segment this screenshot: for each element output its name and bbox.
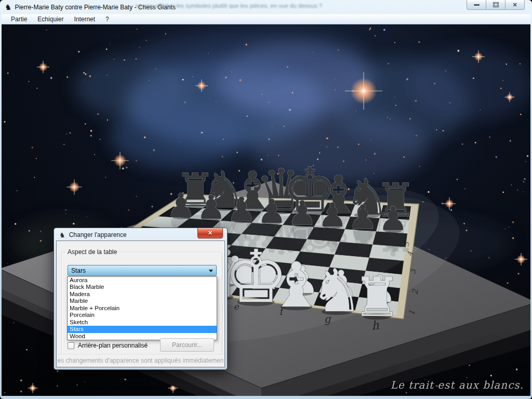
piece-black-pawn-f7[interactable]: ♟ bbox=[317, 196, 347, 234]
piece-black-pawn-b7[interactable]: ♟ bbox=[196, 188, 226, 227]
groupbox-label: Aspect de la table bbox=[65, 248, 119, 256]
piece-black-pawn-c7[interactable]: ♟ bbox=[227, 190, 256, 229]
dialog-status-text: Les changements d'apparence sont appliqu… bbox=[57, 357, 224, 364]
custom-background-row: Arrière-plan personnalisé bbox=[68, 342, 148, 349]
table-aspect-combobox[interactable]: Stars bbox=[68, 265, 217, 276]
piece-white-rook-h1[interactable]: ♜ bbox=[353, 266, 401, 328]
dropdown-option-madera[interactable]: Madera bbox=[68, 291, 217, 298]
dialog-title: Changer l'apparence bbox=[69, 231, 127, 238]
close-button[interactable]: ✕ bbox=[505, 0, 525, 10]
close-icon: ✕ bbox=[512, 2, 517, 8]
combobox-value: Stars bbox=[71, 267, 86, 274]
menu-item-partie[interactable]: Partie bbox=[6, 15, 32, 24]
dropdown-option-marble[interactable]: Marble bbox=[68, 298, 217, 304]
maximize-icon bbox=[493, 2, 499, 7]
dropdown-option-marble-porcelain[interactable]: Marble + Porcelain bbox=[68, 305, 217, 312]
menu-item-echiquier[interactable]: Echiquier bbox=[32, 15, 69, 24]
piece-black-pawn-e7[interactable]: ♟ bbox=[287, 194, 317, 232]
window-titlebar[interactable]: ♞ Pierre-Marie Baty contre Pierre-Marie … bbox=[2, 0, 530, 14]
piece-black-pawn-h7[interactable]: ♟ bbox=[378, 200, 408, 238]
piece-black-pawn-a7[interactable]: ♟ bbox=[166, 187, 195, 225]
piece-black-pawn-g7[interactable]: ♟ bbox=[348, 198, 378, 236]
appearance-dialog: ♞ Changer l'apparence ✕ Aspect de la tab… bbox=[54, 228, 228, 370]
maximize-button[interactable] bbox=[486, 0, 506, 10]
turn-status-text: Le trait est aux blancs. bbox=[390, 379, 524, 391]
minimize-icon bbox=[474, 4, 480, 6]
titlebar-ghost-text: ne pas afficher les symboles plutôt que … bbox=[136, 3, 455, 9]
dropdown-option-sketch[interactable]: Sketch bbox=[68, 319, 217, 326]
piece-black-pawn-d7[interactable]: ♟ bbox=[257, 192, 287, 231]
app-icon-knight: ♞ bbox=[5, 3, 11, 11]
window-controls: ✕ bbox=[467, 0, 525, 10]
combobox-dropdown-list: AuroraBlack MarbleMaderaMarbleMarble + P… bbox=[67, 276, 217, 340]
dropdown-option-stars[interactable]: Stars bbox=[68, 326, 217, 332]
dialog-titlebar[interactable]: ♞ Changer l'apparence bbox=[59, 230, 127, 240]
dialog-close-button[interactable]: ✕ bbox=[197, 228, 223, 238]
custom-background-label: Arrière-plan personnalisé bbox=[78, 342, 148, 349]
dropdown-option-black-marble[interactable]: Black Marble bbox=[68, 284, 217, 290]
minimize-button[interactable] bbox=[467, 0, 486, 10]
dialog-status-bar: Les changements d'apparence sont appliqu… bbox=[57, 354, 224, 366]
menu-bar: PartieEchiquierInternet? bbox=[2, 14, 530, 24]
menu-item-internet[interactable]: Internet bbox=[69, 15, 100, 24]
dialog-knight-icon: ♞ bbox=[59, 232, 65, 238]
browse-button[interactable]: Parcourir... bbox=[160, 338, 214, 352]
combobox-dropdown-arrow-icon bbox=[209, 270, 213, 272]
menu-item-[interactable]: ? bbox=[100, 15, 114, 24]
custom-background-checkbox[interactable] bbox=[68, 342, 74, 349]
dialog-body: Aspect de la table Stars AuroraBlack Mar… bbox=[56, 241, 225, 367]
dropdown-option-aurora[interactable]: Aurora bbox=[68, 277, 217, 284]
dropdown-option-porcelain[interactable]: Porcelain bbox=[68, 312, 217, 318]
